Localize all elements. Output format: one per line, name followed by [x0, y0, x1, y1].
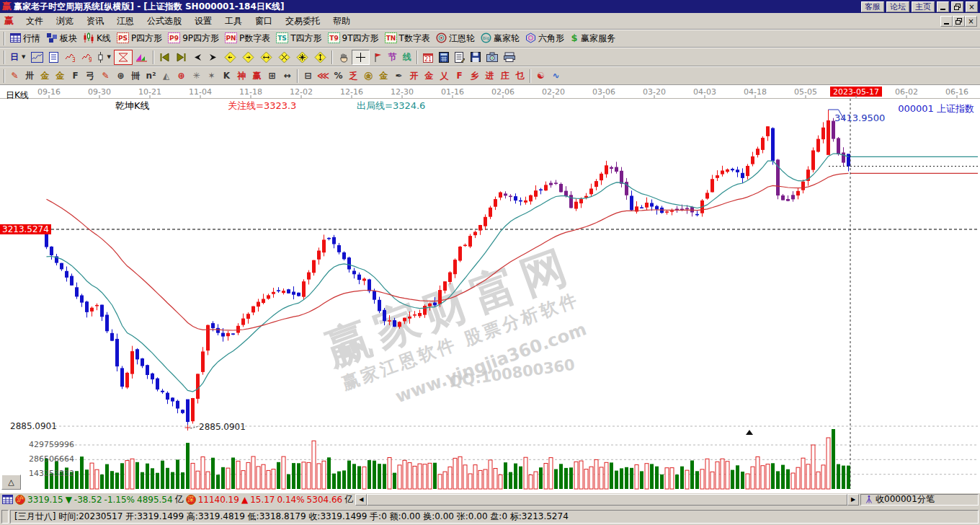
prev-button[interactable]	[190, 50, 205, 65]
toolbar-赢家轮[interactable]: Big赢家轮	[478, 31, 522, 46]
gold-ratio-tool-2[interactable]: 金	[53, 69, 68, 84]
menu-文件[interactable]: 文件	[19, 14, 50, 29]
mdi-restore-button[interactable]	[953, 16, 965, 27]
ying-tool[interactable]: 赢	[249, 69, 264, 84]
gann-fan-star-tool[interactable]: ✳	[189, 69, 204, 84]
qiankun-kline-toggle[interactable]	[114, 50, 133, 65]
info-doc-icon[interactable]	[46, 50, 61, 65]
diamond-expand-v-icon[interactable]	[311, 50, 329, 65]
flag-tool[interactable]	[370, 50, 386, 65]
open-line-tool[interactable]: 开	[406, 69, 422, 84]
measure-tool[interactable]: ↔	[280, 69, 295, 84]
diamond-right-icon[interactable]	[239, 50, 257, 65]
toolbar-P数字表[interactable]: PNP数字表	[222, 31, 273, 46]
menu-江恩[interactable]: 江恩	[110, 14, 141, 29]
scroll-right-button[interactable]: ▶	[847, 494, 859, 506]
menu-公式选股[interactable]: 公式选股	[141, 14, 188, 29]
trend-pen-tool[interactable]: ✎	[98, 69, 113, 84]
mdi-minimize-button[interactable]	[940, 16, 953, 27]
draw-pen-tool[interactable]: ✎	[7, 69, 22, 84]
print-tool[interactable]	[501, 50, 518, 65]
diamond-left-icon[interactable]	[221, 50, 239, 65]
toolbar-板块[interactable]: 板块	[43, 31, 80, 46]
diamond-all-icon[interactable]	[293, 50, 311, 65]
banker-tool[interactable]: 庄	[497, 69, 512, 84]
toolbar-P四方形[interactable]: PSP四方形	[114, 31, 165, 46]
panorama-icon[interactable]	[28, 50, 46, 65]
fibonacci-tool[interactable]: F	[68, 69, 83, 84]
toolbar-赢家服务[interactable]: $赢家服务	[567, 31, 618, 46]
level-tool[interactable]: ⊟	[300, 69, 316, 84]
color-chart-icon[interactable]	[133, 50, 151, 65]
ink-tool[interactable]: ✒	[391, 69, 406, 84]
scrollbar-thumb[interactable]	[367, 494, 847, 506]
toolbar-T数字表[interactable]: TNT数字表	[382, 31, 433, 46]
target-circle-tool[interactable]: ⊕	[174, 69, 189, 84]
wave-tool[interactable]: ∿	[548, 69, 564, 84]
gann-web-tool[interactable]: ✶	[204, 69, 219, 84]
menu-交易委托[interactable]: 交易委托	[279, 14, 326, 29]
save-tool[interactable]	[468, 50, 484, 65]
diamond-expand-h-icon[interactable]	[257, 50, 275, 65]
toolbar-9P四方形[interactable]: P99P四方形	[165, 31, 222, 46]
hand-tool[interactable]	[335, 50, 352, 65]
mdi-close-button[interactable]: ×	[965, 16, 977, 27]
customer-service-button[interactable]: 客服	[861, 1, 884, 12]
spiral-tool[interactable]: 弓	[83, 69, 98, 84]
entry-tool[interactable]: 进	[482, 69, 497, 84]
grid-123-tool[interactable]: ⊞	[264, 69, 280, 84]
angle-tool[interactable]: ◭	[159, 69, 174, 84]
taichi-tool[interactable]: ☯	[533, 69, 548, 84]
toolbar-六角形[interactable]: 六角形	[522, 31, 567, 46]
crosshair-tool[interactable]	[352, 50, 370, 65]
scroll-left-button[interactable]: ◀	[355, 494, 367, 506]
menu-设置[interactable]: 设置	[188, 14, 218, 29]
gann-grid-tool[interactable]: 卅	[22, 69, 37, 84]
diamond-shrink-icon[interactable]	[275, 50, 293, 65]
toolbar-9T四方形[interactable]: T99T四方形	[325, 31, 382, 46]
minimize-button[interactable]	[937, 1, 949, 12]
percent-tool[interactable]: %	[331, 69, 346, 84]
menu-窗口[interactable]: 窗口	[249, 14, 279, 29]
kline-mark-tool[interactable]: K	[219, 69, 234, 84]
chip-line-tool[interactable]: 线	[400, 50, 414, 65]
toolbar-K线[interactable]: K线	[80, 31, 114, 46]
last-page-button[interactable]	[173, 50, 190, 65]
wave-rule-tool[interactable]: 乡	[467, 69, 482, 84]
quote-table-icon[interactable]	[2, 495, 13, 504]
percent-rays-tool[interactable]: ⋘	[316, 69, 331, 84]
kline-chart-area[interactable]: 赢家财富网 赢家江恩软件 股票分析软件 www.yingjia360.com Q…	[0, 85, 980, 493]
menu-浏览[interactable]: 浏览	[50, 14, 80, 29]
gold-circle-tool[interactable]: ㊎	[361, 69, 376, 84]
tick-panel-button[interactable]: 收000001分笔	[860, 494, 979, 506]
single-candle-dropdown[interactable]: ▼	[94, 50, 113, 65]
exit-rule-tool[interactable]: 乜	[512, 69, 527, 84]
gold-line-tool[interactable]: 金	[376, 69, 391, 84]
red-gold-tool[interactable]: 金	[422, 69, 437, 84]
menu-帮助[interactable]: 帮助	[326, 14, 357, 29]
menu-资讯[interactable]: 资讯	[80, 14, 110, 29]
gold-ratio-tool-1[interactable]: 金	[37, 69, 53, 84]
shen-tool[interactable]: 神	[234, 69, 249, 84]
toolbar-T四方形[interactable]: TST四方形	[273, 31, 324, 46]
capture-tool[interactable]	[484, 50, 501, 65]
toolbar-行情[interactable]: 行情	[7, 31, 43, 46]
menu-工具[interactable]: 工具	[218, 14, 249, 29]
close-button[interactable]: ×	[966, 1, 978, 12]
period-day-dropdown[interactable]: 日▼	[7, 50, 28, 65]
horizontal-scrollbar[interactable]: ◀ ▶	[355, 494, 859, 506]
square-number-tool[interactable]: n²	[143, 69, 159, 84]
time-ruler-tool[interactable]: 卌	[128, 69, 143, 84]
homepage-button[interactable]: 主页	[912, 1, 935, 12]
first-page-button[interactable]	[156, 50, 173, 65]
festival-tool[interactable]: 节	[386, 50, 400, 65]
cross-line-tool[interactable]: 乂	[437, 69, 452, 84]
notes-tool[interactable]	[452, 50, 468, 65]
mini-chart-3-icon[interactable]: 3	[61, 50, 78, 65]
next-button[interactable]	[205, 50, 221, 65]
percent-line-tool[interactable]: 乏	[346, 69, 361, 84]
mini-chart-9-icon[interactable]: 9	[78, 50, 94, 65]
calendar-tool[interactable]: 21	[420, 50, 436, 65]
forum-button[interactable]: 论坛	[886, 1, 909, 12]
toolbar-江恩轮[interactable]: 江恩轮	[433, 31, 478, 46]
